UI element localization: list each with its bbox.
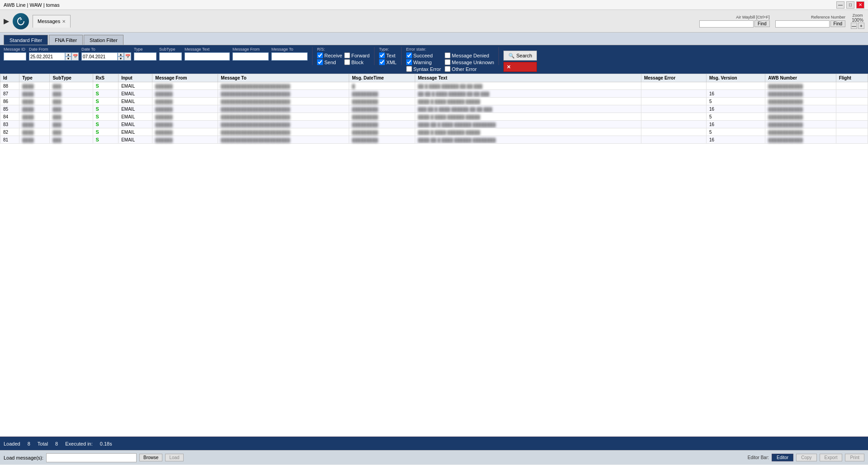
export-button[interactable]: Export	[820, 454, 843, 461]
cell-msgversion: 16	[706, 90, 765, 98]
date-from-input[interactable]	[29, 52, 65, 61]
xml-checkbox[interactable]	[379, 59, 385, 65]
table-row[interactable]: 85 ████ ███ S EMAIL ██████ █████████████…	[0, 105, 868, 113]
cell-msgversion: 16	[706, 121, 765, 128]
tab-close-button[interactable]: ✕	[62, 19, 66, 24]
cell-datetime: █████████	[349, 128, 415, 136]
cell-type: ████	[19, 98, 50, 105]
date-from-calendar[interactable]: 📅	[71, 52, 79, 61]
cell-msgversion: 5	[706, 98, 765, 105]
cell-id: 87	[0, 90, 19, 98]
close-button[interactable]: ✕	[856, 1, 864, 9]
zoom-minus-button[interactable]: —	[851, 23, 857, 29]
cell-flight	[836, 98, 868, 105]
type-field: Type	[134, 47, 157, 61]
forward-checkbox[interactable]	[344, 52, 350, 58]
table-row[interactable]: 83 ████ ███ S EMAIL ██████ █████████████…	[0, 121, 868, 128]
date-to-calendar[interactable]: 📅	[124, 52, 131, 61]
load-messages-label: Load message(s):	[4, 455, 43, 460]
zoom-plus-button[interactable]: +	[858, 23, 864, 29]
cell-rxs: S	[93, 113, 119, 121]
col-header-input: Input	[119, 74, 152, 82]
cell-flight	[836, 128, 868, 136]
messages-tab[interactable]: Messages ✕	[33, 15, 71, 28]
message-unknown-checkbox[interactable]	[445, 59, 451, 65]
text-checkbox[interactable]	[379, 52, 385, 58]
message-to-field: Message To	[271, 47, 308, 61]
table-row[interactable]: 82 ████ ███ S EMAIL ██████ █████████████…	[0, 128, 868, 136]
copy-button[interactable]: Copy	[796, 454, 816, 461]
warning-checkbox[interactable]	[406, 59, 412, 65]
load-button[interactable]: Load	[165, 454, 183, 461]
table-row[interactable]: 81 ████ ███ S EMAIL ██████ █████████████…	[0, 136, 868, 144]
browse-button[interactable]: Browse	[139, 454, 162, 461]
date-from-up[interactable]: ▲	[65, 52, 71, 56]
minimize-button[interactable]: —	[836, 1, 844, 9]
cell-datetime: █████████	[349, 98, 415, 105]
search-button[interactable]: 🔍 Search	[503, 51, 537, 61]
load-input[interactable]	[46, 453, 137, 462]
cell-awbnumber: ████████████	[765, 121, 836, 128]
station-filter-tab[interactable]: Station Filter	[84, 35, 123, 45]
other-error-checkbox[interactable]	[445, 66, 451, 72]
message-denied-checkbox[interactable]	[445, 52, 451, 58]
cell-msgtext: ████ █ ████ ██████ █████	[415, 98, 641, 105]
search-buttons: 🔍 Search ✕	[503, 51, 537, 72]
message-id-input[interactable]	[4, 52, 26, 61]
receive-checkbox[interactable]	[317, 52, 323, 58]
table-container[interactable]: Id Type SubType RxS Input Message From M…	[0, 74, 868, 437]
editor-button[interactable]: Editor	[772, 454, 793, 461]
cell-datetime: █████████	[349, 90, 415, 98]
cell-msgfrom: ██████	[152, 90, 218, 98]
cell-flight	[836, 82, 868, 90]
table-row[interactable]: 86 ████ ███ S EMAIL ██████ █████████████…	[0, 98, 868, 105]
cell-awbnumber: ████████████	[765, 105, 836, 113]
error-state-group: Error state: Succeed Warning Syntax Erro…	[406, 47, 494, 72]
awb-find-button[interactable]: Find	[754, 20, 769, 27]
syntax-error-checkbox[interactable]	[406, 66, 412, 72]
cell-subtype: ███	[50, 82, 93, 90]
block-checkbox[interactable]	[344, 59, 350, 65]
table-row[interactable]: 88 ████ ███ S EMAIL ██████ █████████████…	[0, 82, 868, 90]
divider-2	[374, 47, 375, 65]
col-header-msgto: Message To	[218, 74, 349, 82]
date-to-input[interactable]	[81, 52, 118, 61]
succeed-checkbox[interactable]	[406, 52, 412, 58]
date-to-down[interactable]: ▼	[118, 56, 124, 61]
cell-datetime: █████████	[349, 136, 415, 144]
table-row[interactable]: 84 ████ ███ S EMAIL ██████ █████████████…	[0, 113, 868, 121]
subtype-input[interactable]	[159, 52, 182, 61]
cell-msgtext: ██ ██ █ ████ ██████ ██ ██ ███	[415, 90, 641, 98]
date-from-down[interactable]: ▼	[65, 56, 71, 61]
type-group: Type: Text XML	[379, 47, 397, 65]
divider-4	[498, 47, 499, 65]
clear-button[interactable]: ✕	[503, 62, 537, 72]
cell-flight	[836, 136, 868, 144]
search-panel: Message ID Date From ▲ ▼ 📅 Date To ▲	[0, 45, 868, 74]
send-checkbox[interactable]	[317, 59, 323, 65]
date-to-up[interactable]: ▲	[118, 52, 124, 56]
message-to-input[interactable]	[271, 52, 308, 61]
maximize-button[interactable]: □	[846, 1, 854, 9]
awb-input[interactable]	[699, 20, 754, 28]
ref-input[interactable]	[775, 20, 830, 28]
type-input[interactable]	[134, 52, 157, 61]
table-row[interactable]: 87 ████ ███ S EMAIL ██████ █████████████…	[0, 90, 868, 98]
fna-filter-tab[interactable]: FNA Filter	[49, 35, 83, 45]
standard-filter-tab[interactable]: Standard Filter	[4, 35, 48, 45]
app-logo	[13, 13, 29, 29]
message-text-field: Message Text	[185, 47, 230, 61]
nav-arrow[interactable]: ▶	[4, 17, 9, 25]
message-text-input[interactable]	[185, 52, 230, 61]
editor-bar-label: Editor Bar:	[748, 455, 769, 460]
cell-msgtext: ████ █ ████ ██████ █████	[415, 113, 641, 121]
col-header-subtype: SubType	[50, 74, 93, 82]
messages-table: Id Type SubType RxS Input Message From M…	[0, 74, 868, 144]
divider-3	[401, 47, 402, 65]
cell-subtype: ███	[50, 136, 93, 144]
ref-find-button[interactable]: Find	[830, 20, 845, 27]
executed-value: 0.18s	[100, 441, 112, 446]
print-button[interactable]: Print	[845, 454, 864, 461]
message-from-input[interactable]	[232, 52, 269, 61]
cell-msgfrom: ██████	[152, 105, 218, 113]
